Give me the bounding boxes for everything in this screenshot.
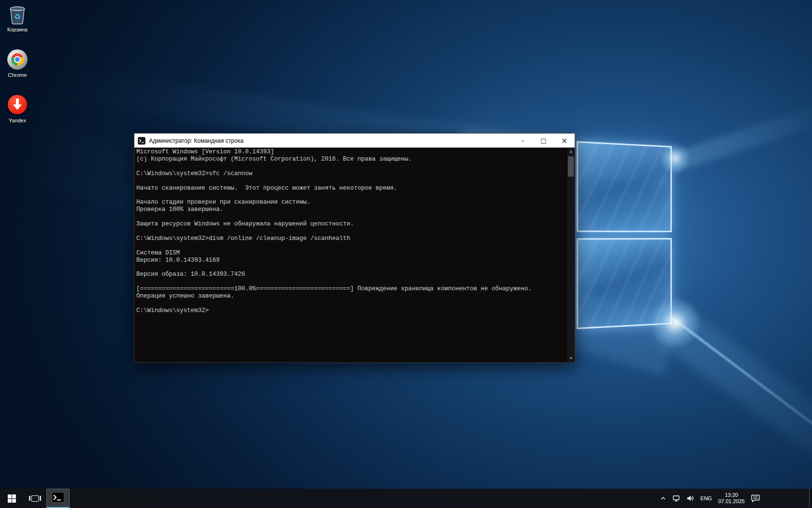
clock-time: 13:20	[718, 492, 745, 498]
hidden-icons-button[interactable]	[660, 495, 666, 501]
chevron-up-icon	[660, 495, 666, 501]
show-desktop-button[interactable]	[809, 489, 812, 508]
recycle-bin-icon: ♻	[7, 4, 28, 25]
desktop-icon-label: Yandex	[1, 118, 34, 124]
console-scrollbar[interactable]: ▲ ▼	[566, 148, 575, 362]
light-beam	[654, 304, 812, 508]
console-area[interactable]: Microsoft Windows [Version 10.0.14393] (…	[134, 148, 575, 362]
desktop-icon-label: Корзина	[1, 27, 34, 33]
minimize-button[interactable]: –	[512, 134, 533, 148]
close-button[interactable]: ×	[554, 134, 575, 148]
desktop-icon-chrome[interactable]: Chrome	[1, 48, 34, 78]
system-tray: ENG 13:20 07.01.2025	[660, 489, 760, 508]
task-view-icon	[29, 495, 41, 502]
logo-pane	[577, 238, 672, 329]
scroll-down-icon[interactable]: ▼	[567, 355, 575, 362]
action-center-icon	[751, 494, 760, 503]
maximize-button[interactable]: □	[533, 134, 554, 148]
desktop-icon-yandex[interactable]: Yandex	[1, 94, 34, 124]
start-button[interactable]	[0, 489, 23, 508]
cmd-app-icon	[138, 137, 145, 145]
network-tray-icon[interactable]	[672, 494, 680, 502]
light-beam	[670, 316, 812, 508]
desktop-icon-recycle-bin[interactable]: ♻ Корзина	[1, 4, 34, 33]
taskbar-cmd-button[interactable]	[46, 489, 70, 508]
scrollbar-thumb[interactable]	[568, 156, 574, 177]
console-output: Microsoft Windows [Version 10.0.14393] (…	[134, 148, 566, 362]
light-beam	[670, 90, 812, 172]
task-view-button[interactable]	[23, 489, 46, 508]
language-indicator[interactable]: ENG	[700, 495, 712, 501]
desktop-icon-label: Chrome	[1, 72, 34, 78]
action-center-button[interactable]	[751, 494, 760, 503]
window-title: Администратор: Командная строка	[149, 137, 244, 144]
taskbar-clock[interactable]: 13:20 07.01.2025	[718, 492, 745, 505]
windows-start-icon	[8, 494, 16, 503]
volume-tray-icon[interactable]	[686, 494, 694, 502]
taskbar: ENG 13:20 07.01.2025	[0, 489, 812, 508]
yandex-icon	[7, 95, 28, 116]
cmd-taskbar-icon	[52, 492, 64, 505]
clock-date: 07.01.2025	[718, 498, 745, 505]
chrome-disc-icon	[7, 49, 28, 71]
svg-text:♻: ♻	[14, 12, 21, 21]
cmd-titlebar[interactable]: Администратор: Командная строка – □ ×	[134, 134, 575, 148]
logo-pane	[577, 141, 672, 232]
scroll-up-icon[interactable]: ▲	[567, 148, 575, 155]
cmd-window: Администратор: Командная строка – □ × Mi…	[134, 133, 575, 363]
